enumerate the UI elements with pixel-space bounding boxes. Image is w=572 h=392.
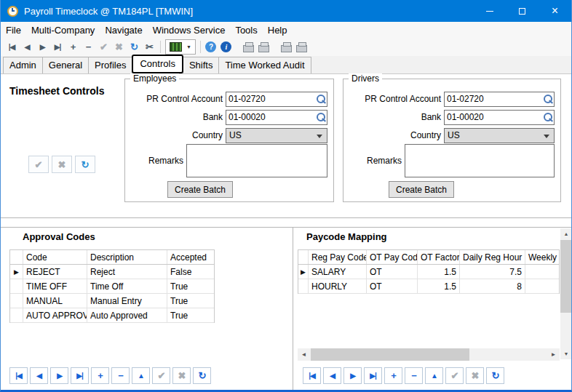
last-record-button[interactable]: ▶| (50, 39, 65, 55)
menu-tools[interactable]: Tools (230, 23, 262, 37)
scroll-up-arrow[interactable]: ▲ (560, 228, 572, 239)
nav-refresh-button[interactable]: ↻ (486, 367, 504, 384)
scroll-right-arrow[interactable]: ► (547, 348, 560, 361)
cut-button[interactable]: ✂ (142, 39, 156, 55)
tab-general[interactable]: General (42, 57, 89, 73)
nav-insert-button[interactable]: + (384, 367, 402, 384)
nav-last-button[interactable]: ▶| (71, 367, 89, 384)
cancel-edit-button[interactable]: ✖ (52, 156, 72, 173)
prior-record-button[interactable]: ◀ (20, 39, 34, 55)
nav-first-button[interactable]: |◀ (303, 367, 321, 384)
nav-delete-button[interactable]: − (405, 367, 423, 384)
toolbar-separator (160, 41, 161, 53)
table-row[interactable]: ▶ SALARY OT 1.5 7.5 (298, 265, 559, 279)
scrollbar-thumb[interactable] (311, 348, 469, 361)
employees-country-select[interactable]: US (226, 128, 327, 143)
nav-next-button[interactable]: ▶ (343, 367, 362, 384)
lookup-icon[interactable] (542, 111, 554, 124)
table-row[interactable]: TIME OFF Time Off True (10, 279, 214, 294)
drivers-remarks-textarea[interactable] (405, 144, 555, 177)
employees-bank-input[interactable] (226, 111, 315, 124)
company-selector-dropdown[interactable]: ▼ (165, 39, 196, 55)
about-button[interactable]: i (219, 39, 234, 55)
menu-navigate[interactable]: Navigate (100, 23, 147, 37)
menu-multi-company[interactable]: Multi-Company (26, 23, 100, 37)
drivers-pr-control-account-input[interactable] (445, 92, 542, 106)
nav-next-button[interactable]: ▶ (50, 367, 68, 384)
table-row[interactable]: MANUAL Manual Entry True (10, 294, 214, 308)
nav-prior-button[interactable]: ◀ (323, 367, 341, 384)
menu-windows-service[interactable]: Windows Service (148, 23, 231, 37)
print-button[interactable] (242, 39, 256, 55)
nav-delete-button[interactable]: − (111, 367, 130, 384)
nav-last-button[interactable]: ▶| (364, 367, 382, 384)
cell-accepted: False (167, 265, 214, 279)
table-row[interactable]: HOURLY OT 1.5 8 (298, 279, 559, 294)
maximize-icon (519, 8, 525, 15)
remarks-label: Remarks (125, 156, 186, 166)
lookup-icon[interactable] (315, 92, 327, 106)
tab-shifts[interactable]: Shifts (183, 57, 220, 73)
employees-pr-control-account-input[interactable] (226, 92, 315, 106)
cell-code: TIME OFF (23, 279, 87, 293)
stamp-2-button[interactable] (295, 39, 309, 55)
scroll-left-arrow[interactable]: ◄ (298, 348, 310, 361)
bank-row: Bank (343, 109, 560, 125)
stamp-button[interactable] (279, 39, 294, 55)
scroll-down-arrow[interactable]: ▼ (560, 348, 572, 359)
cancel-edit-button[interactable]: ✖ (111, 39, 126, 55)
insert-record-button[interactable]: + (65, 39, 80, 55)
scrollbar-thumb[interactable] (560, 240, 572, 313)
print-preview-button[interactable] (257, 39, 271, 55)
first-record-button[interactable]: |◀ (4, 39, 19, 55)
country-value: US (229, 130, 242, 140)
maximize-button[interactable] (506, 0, 539, 22)
refresh-button[interactable]: ↻ (127, 39, 141, 55)
nav-prior-button[interactable]: ◀ (30, 367, 48, 384)
column-header-reg-pay-code: Reg Pay Code (309, 250, 367, 264)
create-batch-button[interactable]: Create Batch (389, 181, 454, 198)
chevron-down-icon: ▼ (186, 44, 191, 49)
nav-cancel-button[interactable]: ✖ (466, 367, 484, 384)
table-row[interactable]: AUTO APPROV Auto Approved True (10, 308, 214, 323)
nav-refresh-button[interactable]: ↻ (193, 367, 211, 384)
vertical-scrollbar[interactable]: ▲ ▼ (560, 228, 572, 359)
help-button[interactable]: ? (204, 39, 218, 55)
next-record-button[interactable]: ▶ (35, 39, 49, 55)
drivers-bank-input[interactable] (445, 111, 542, 124)
drivers-country-select[interactable]: US (444, 128, 555, 143)
triangle-up-icon: ▲ (431, 372, 437, 380)
minimize-button[interactable] (473, 0, 506, 22)
nav-edit-button[interactable]: ▲ (425, 367, 443, 384)
refresh-icon: ↻ (199, 370, 206, 381)
tab-profiles[interactable]: Profiles (88, 57, 132, 73)
tab-admin[interactable]: Admin (3, 57, 43, 73)
window-controls: × (473, 0, 571, 22)
menu-help[interactable]: Help (263, 23, 293, 37)
country-value: US (448, 130, 460, 140)
menu-file[interactable]: File (1, 23, 26, 37)
remarks-label: Remarks (343, 156, 405, 166)
delete-record-button[interactable]: − (81, 39, 95, 55)
employees-remarks-textarea[interactable] (186, 144, 327, 177)
nav-edit-button[interactable]: ▲ (132, 367, 150, 384)
nav-post-button[interactable]: ✔ (445, 367, 464, 384)
nav-first-button[interactable]: |◀ (9, 367, 28, 384)
lookup-icon[interactable] (315, 111, 327, 124)
tab-time-worked-audit[interactable]: Time Worked Audit (218, 57, 311, 73)
tab-controls[interactable]: Controls (132, 55, 183, 73)
post-edit-button[interactable]: ✔ (28, 156, 49, 173)
lookup-icon[interactable] (542, 92, 554, 106)
post-edit-button[interactable]: ✔ (96, 39, 111, 55)
create-batch-button[interactable]: Create Batch (167, 181, 233, 198)
close-button[interactable]: × (539, 0, 571, 22)
table-row[interactable]: ▶ REJECT Reject False (10, 265, 214, 279)
pane-splitter[interactable] (293, 227, 293, 390)
refresh-button[interactable]: ↻ (75, 156, 95, 173)
nav-post-button[interactable]: ✔ (152, 367, 170, 384)
x-icon: ✖ (58, 159, 66, 170)
nav-cancel-button[interactable]: ✖ (172, 367, 191, 384)
nav-insert-button[interactable]: + (91, 367, 109, 384)
horizontal-scrollbar[interactable]: ◄ ► (298, 348, 560, 361)
column-header-accepted: Accepted (167, 250, 214, 264)
